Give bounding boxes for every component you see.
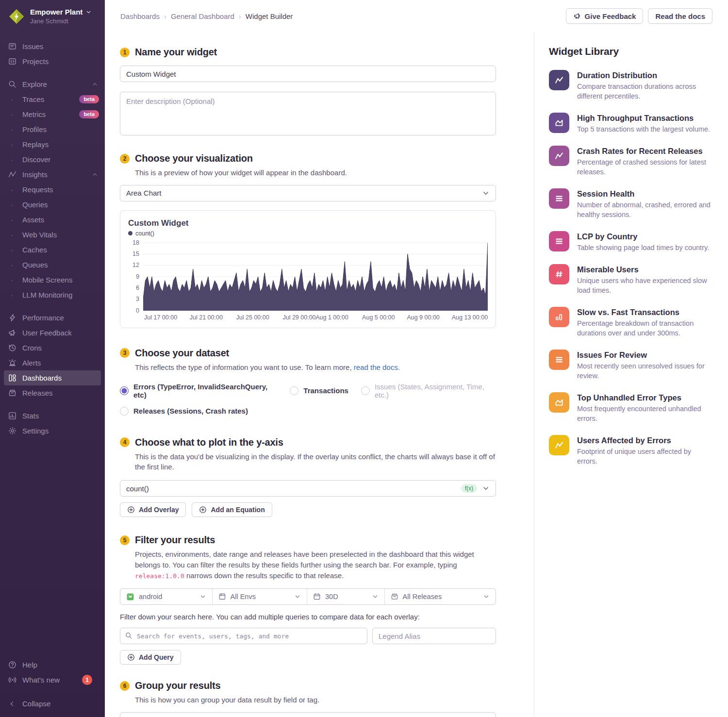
step-number: 1	[120, 48, 130, 57]
dataset-radio-releases[interactable]: Releases (Sessions, Crash rates)	[120, 407, 248, 416]
widget-library-item-title: LCP by Country	[577, 231, 709, 242]
filter-30d[interactable]: 30D	[307, 589, 385, 604]
breadcrumb-general-dashboard[interactable]: General Dashboard	[171, 12, 234, 20]
widget-library-item-title: Issues For Review	[577, 350, 713, 360]
sidebar-item-metrics[interactable]: ·Metricsbeta	[0, 107, 105, 122]
widget-library-item-crash-rates-for-recent-releases[interactable]: Crash Rates for Recent ReleasesPercentag…	[549, 146, 713, 177]
bullet-icon: ·	[8, 202, 17, 207]
sidebar-collapse-button[interactable]: Collapse	[0, 696, 105, 711]
widget-library-item-high-throughput-transactions[interactable]: High Throughput TransactionsTop 5 transa…	[549, 113, 713, 134]
widget-description-input[interactable]	[120, 92, 496, 135]
widget-library-item-issues-for-review[interactable]: Issues For ReviewMost recently seen unre…	[549, 350, 713, 381]
sidebar-item-projects[interactable]: Projects	[0, 54, 105, 69]
step-title: Group your results	[135, 680, 220, 691]
sidebar-item-queries[interactable]: ·Queries	[0, 197, 105, 212]
add-query-button[interactable]: Add Query	[120, 650, 181, 665]
yaxis-function-select[interactable]: count() f(x)	[120, 480, 496, 497]
chevron-down-icon	[199, 593, 206, 600]
sidebar-item-web-vitals[interactable]: ·Web Vitals	[0, 227, 105, 242]
chevron-down-icon	[482, 484, 490, 492]
radio-circle-icon	[120, 386, 129, 395]
give-feedback-button[interactable]: Give Feedback	[566, 8, 644, 24]
sidebar-item-what-s-new[interactable]: What's new1	[0, 672, 105, 687]
sidebar-item-replays[interactable]: ·Replays	[0, 137, 105, 152]
widget-library-item-slow-vs-fast-transactions[interactable]: Slow vs. Fast TransactionsPercentage bre…	[549, 307, 713, 338]
sidebar-item-discover[interactable]: ·Discover	[0, 152, 105, 167]
breadcrumb-dashboards[interactable]: Dashboards	[120, 12, 160, 20]
sidebar-item-traces[interactable]: ·Tracesbeta	[0, 92, 105, 107]
sidebar-item-caches[interactable]: ·Caches	[0, 242, 105, 257]
sidebar-item-explore[interactable]: Explore	[0, 77, 105, 92]
dataset-radio-transactions[interactable]: Transactions	[290, 386, 348, 395]
search-input[interactable]	[120, 628, 367, 644]
group-select[interactable]: Select group	[120, 712, 496, 717]
step-yaxis: 4 Choose what to plot in the y-axis This…	[120, 437, 496, 517]
sidebar-item-issues[interactable]: Issues	[0, 39, 105, 54]
sidebar-item-requests[interactable]: ·Requests	[0, 182, 105, 197]
widget-library-item-duration-distribution[interactable]: Duration DistributionCompare transaction…	[549, 70, 713, 101]
sidebar-item-insights[interactable]: Insights	[0, 167, 105, 182]
filter-all-envs[interactable]: All Envs	[213, 589, 308, 604]
step-subtitle: This is a preview of how your widget wil…	[135, 167, 496, 178]
widget-library-item-title: Duration Distribution	[577, 70, 713, 81]
widget-library-item-lcp-by-country[interactable]: LCP by CountryTable showing page load ti…	[549, 231, 713, 252]
sidebar-item-dashboards[interactable]: Dashboards	[4, 370, 101, 385]
sidebar-item-crons[interactable]: Crons	[0, 340, 105, 355]
sidebar-item-profiles[interactable]: ·Profiles	[0, 122, 105, 137]
sidebar-item-settings[interactable]: Settings	[0, 423, 105, 438]
radio-circle-icon	[120, 407, 129, 416]
read-the-docs-link[interactable]: read the docs	[354, 363, 398, 371]
step-filter: 5 Filter your results Projects, environm…	[120, 534, 496, 665]
legend-label: count()	[135, 230, 154, 237]
sidebar-item-queues[interactable]: ·Queues	[0, 257, 105, 272]
sidebar-item-label: Profiles	[22, 125, 47, 133]
legend-alias-input[interactable]	[372, 628, 496, 644]
sidebar-item-label: Mobile Screens	[22, 276, 72, 284]
dataset-radio-errors[interactable]: Errors (TypeError, InvalidSearchQuery, e…	[120, 383, 277, 399]
sidebar-item-label: Assets	[22, 216, 44, 224]
dashboards-icon	[8, 374, 17, 382]
step-subtitle: This is how you can group your data resu…	[135, 695, 496, 705]
bullet-icon: ·	[8, 97, 17, 102]
chevron-down-icon	[482, 189, 490, 197]
filter-all-releases[interactable]: All Releases	[385, 589, 496, 604]
org-switcher[interactable]: Empower Plant Jane Schmidt	[0, 0, 105, 28]
sidebar-item-mobile-screens[interactable]: ·Mobile Screens	[0, 272, 105, 287]
sidebar-item-label: Stats	[22, 412, 39, 420]
read-the-docs-button[interactable]: Read the docs	[648, 8, 712, 24]
widget-library-item-title: Users Affected by Errors	[577, 435, 713, 446]
table-chart-icon	[549, 350, 569, 370]
visualization-select[interactable]: Area Chart	[120, 185, 496, 201]
widget-library-item-miserable-users[interactable]: Miserable UsersUnique users who have exp…	[549, 264, 713, 295]
sidebar-item-help[interactable]: Help	[0, 657, 105, 672]
sidebar-item-stats[interactable]: Stats	[0, 408, 105, 423]
sidebar-item-performance[interactable]: Performance	[0, 310, 105, 325]
x-tick-label: Aug 9 00:00	[407, 314, 439, 321]
sidebar-item-user-feedback[interactable]: User Feedback	[0, 325, 105, 340]
widget-library-item-session-health[interactable]: Session HealthNumber of abnormal, crashe…	[549, 188, 713, 219]
performance-icon	[8, 314, 17, 322]
widget-name-input[interactable]	[120, 66, 496, 82]
add-equation-button[interactable]: Add an Equation	[192, 502, 272, 517]
widget-library-item-title: High Throughput Transactions	[577, 113, 710, 123]
widget-builder-form: 1 Name your widget 2 Choose your visuali…	[105, 32, 534, 717]
widget-library-item-users-affected-by-errors[interactable]: Users Affected by ErrorsFootprint of uni…	[549, 435, 713, 466]
sidebar-item-releases[interactable]: Releases	[0, 385, 105, 400]
bullet-icon: ·	[8, 233, 17, 237]
filter-android[interactable]: android	[120, 589, 213, 604]
step-subtitle: This is the data you'd be visualizing in…	[135, 451, 496, 473]
radio-circle-icon	[361, 386, 370, 395]
plus-circle-icon	[127, 506, 135, 514]
sidebar-item-llm-monitoring[interactable]: ·LLM Monitoring	[0, 287, 105, 302]
chevron-down-icon	[86, 9, 91, 15]
widget-library-item-top-unhandled-error-types[interactable]: Top Unhandled Error TypesMost frequently…	[549, 392, 713, 423]
step-number: 6	[120, 681, 130, 691]
sidebar-item-assets[interactable]: ·Assets	[0, 212, 105, 227]
page-header: Dashboards › General Dashboard › Widget …	[105, 0, 728, 32]
sidebar-item-alerts[interactable]: Alerts	[0, 355, 105, 370]
query-search	[120, 628, 367, 644]
add-overlay-button[interactable]: Add Overlay	[120, 502, 186, 517]
megaphone-icon	[573, 12, 581, 20]
x-tick-label: Aug 5 00:00	[362, 314, 395, 321]
widget-library-item-description: Table showing page load times by country…	[577, 243, 709, 252]
